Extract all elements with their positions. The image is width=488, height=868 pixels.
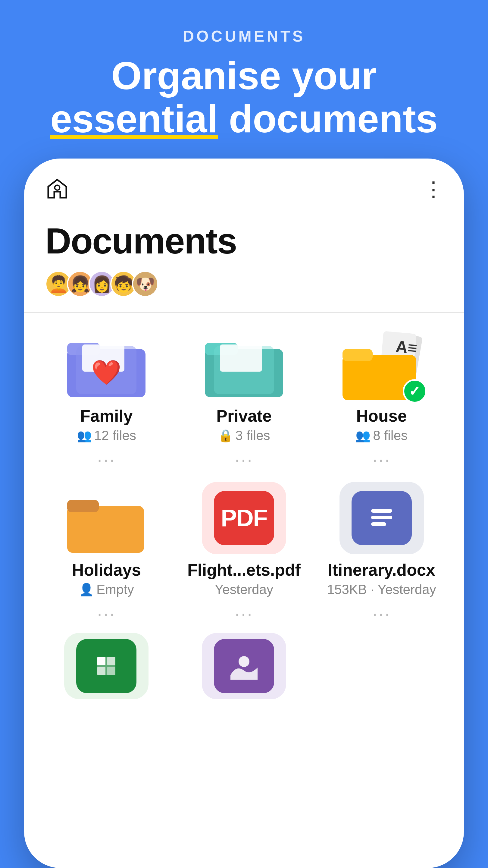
folder-holidays-meta: 👤 Empty — [79, 582, 134, 597]
svg-rect-22 — [371, 516, 392, 519]
svg-point-29 — [238, 656, 250, 667]
files-grid: 🌴 Holidays 👤 Empty ··· PDF Flight...ets.… — [42, 482, 446, 624]
folder-private-icon: 🔒 — [202, 328, 286, 400]
phone-container: ⋮ Documents 🧑‍🦱 👧 👩 🧒 🐶 — [24, 158, 464, 868]
header-title: Organise your essential documents — [50, 54, 438, 141]
folder-grid: ❤️ Family 👥 12 files ··· — [42, 328, 446, 470]
svg-point-0 — [55, 185, 60, 190]
svg-rect-26 — [107, 657, 116, 665]
svg-rect-17 — [67, 506, 144, 553]
folder-house-icon: A≡ 🏠 — [339, 328, 424, 400]
file-sheets[interactable] — [42, 633, 171, 699]
header-label: DOCUMENTS — [183, 27, 305, 45]
file-docx-name: Itinerary.docx — [328, 560, 435, 580]
header-highlight: essential — [50, 97, 218, 141]
folder-private[interactable]: 🔒 Private 🔒 3 files ··· — [180, 328, 308, 470]
people-icon-house: 👥 — [355, 429, 370, 443]
file-pdf[interactable]: PDF Flight...ets.pdf Yesterday ··· — [180, 482, 308, 624]
header-title-line1: Organise your — [111, 54, 377, 98]
file-photos-icon — [202, 633, 286, 699]
folder-house-meta: 👥 8 files — [355, 428, 408, 443]
home-icon[interactable] — [45, 177, 69, 202]
grid-section-2: 🌴 Holidays 👤 Empty ··· PDF Flight...ets.… — [24, 479, 464, 633]
svg-rect-28 — [107, 667, 116, 675]
svg-rect-21 — [371, 509, 392, 513]
svg-rect-23 — [371, 522, 386, 526]
header-section: DOCUMENTS Organise your essential docume… — [0, 0, 488, 158]
svg-text:❤️: ❤️ — [91, 358, 121, 387]
file-docx-more[interactable]: ··· — [372, 603, 391, 624]
header-title-rest: documents — [218, 97, 438, 141]
svg-rect-25 — [97, 657, 105, 665]
lock-icon-private: 🔒 — [218, 429, 233, 443]
more-menu-icon[interactable]: ⋮ — [423, 185, 443, 193]
folder-holidays-name: Holidays — [72, 560, 141, 580]
folder-family[interactable]: ❤️ Family 👥 12 files ··· — [42, 328, 171, 470]
file-docx-icon — [339, 482, 424, 554]
folder-family-more[interactable]: ··· — [97, 449, 116, 470]
folder-private-more[interactable]: ··· — [235, 449, 253, 470]
people-icon-family: 👥 — [77, 429, 92, 443]
folder-house[interactable]: A≡ 🏠 House 👥 8 files ··· — [317, 328, 446, 470]
avatar-5: 🐶 — [132, 271, 158, 297]
svg-text:A≡: A≡ — [395, 337, 418, 358]
file-photos[interactable] — [180, 633, 308, 699]
file-pdf-name: Flight...ets.pdf — [187, 560, 301, 580]
folder-family-icon: ❤️ — [64, 328, 149, 400]
avatars-row: 🧑‍🦱 👧 👩 🧒 🐶 — [45, 271, 443, 297]
grid-section-1: ❤️ Family 👥 12 files ··· — [24, 319, 464, 479]
file-docx-meta: 153KB · Yesterday — [327, 582, 436, 597]
svg-rect-27 — [97, 667, 105, 675]
page-title: Documents — [45, 220, 443, 261]
folder-private-name: Private — [216, 406, 271, 426]
empty-slot — [317, 633, 446, 699]
app-header: ⋮ — [24, 158, 464, 208]
divider — [24, 312, 464, 313]
folder-holidays[interactable]: 🌴 Holidays 👤 Empty ··· — [42, 482, 171, 624]
page-title-section: Documents 🧑‍🦱 👧 👩 🧒 🐶 — [24, 208, 464, 306]
svg-rect-15 — [343, 349, 372, 361]
folder-private-meta: 🔒 3 files — [218, 428, 270, 443]
file-docx[interactable]: Itinerary.docx 153KB · Yesterday ··· — [317, 482, 446, 624]
grid-section-3 — [24, 633, 464, 711]
check-badge-house — [403, 379, 427, 403]
file-pdf-meta: Yesterday — [215, 582, 273, 597]
file-pdf-icon: PDF — [202, 482, 286, 554]
folder-holidays-icon: 🌴 — [64, 482, 149, 554]
folder-house-name: House — [356, 406, 407, 426]
file-pdf-more[interactable]: ··· — [235, 603, 253, 624]
folder-family-meta: 👥 12 files — [77, 428, 136, 443]
people-icon-holidays: 👤 — [79, 583, 94, 597]
folder-holidays-more[interactable]: ··· — [97, 603, 116, 624]
folder-family-name: Family — [80, 406, 133, 426]
folder-house-more[interactable]: ··· — [372, 449, 391, 470]
file-sheets-icon — [64, 633, 149, 699]
svg-rect-19 — [67, 500, 99, 512]
svg-rect-9 — [220, 344, 262, 372]
